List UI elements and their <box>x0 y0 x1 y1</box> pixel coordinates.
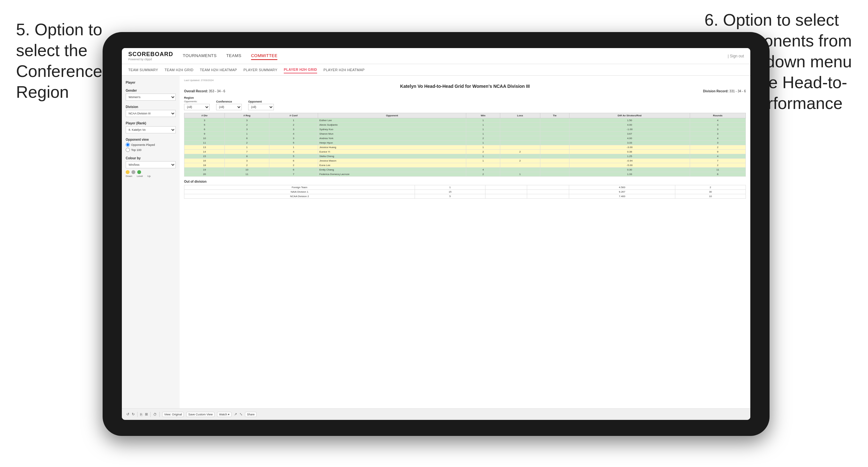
share-btn[interactable]: Share <box>245 412 256 417</box>
table-row: 19 10 6 Emily Chang 4 0.30 11 <box>184 168 746 172</box>
filter-opponents-select[interactable]: (All) <box>184 104 210 110</box>
logo-sub: Powered by clippd <box>128 58 173 61</box>
sub-player-summary[interactable]: PLAYER SUMMARY <box>243 67 277 73</box>
nav-committee[interactable]: COMMITTEE <box>251 52 278 60</box>
save-custom-btn[interactable]: Save Custom View <box>186 412 215 417</box>
nav-tournaments[interactable]: TOURNAMENTS <box>183 52 217 60</box>
out-division-row: NCAA Division 2 5 7.400 10 <box>184 194 746 199</box>
filter-conference-select[interactable]: (All) <box>216 104 242 110</box>
th-conf: # Conf <box>269 113 318 118</box>
sidebar-dots <box>126 170 176 174</box>
filter-opponent-select[interactable]: (All) <box>248 104 274 110</box>
undo-icon[interactable]: ↺ <box>126 412 129 416</box>
sidebar-colourby-select[interactable]: Win/loss <box>126 161 176 168</box>
sub-team-h2h-heatmap[interactable]: TEAM H2H HEATMAP <box>200 67 237 73</box>
tablet-frame: SCOREBOARD Powered by clippd TOURNAMENTS… <box>103 32 770 436</box>
sidebar-radio-group: Opponents Played Top 100 <box>126 143 176 152</box>
nav-sign-out[interactable]: | Sign out <box>728 54 744 58</box>
sidebar-gender-section: Gender Women's Men's <box>126 89 176 101</box>
sub-player-h2h-heatmap[interactable]: PLAYER H2H HEATMAP <box>323 67 365 73</box>
sidebar-colourby-section: Colour by Win/loss Down Level Up <box>126 156 176 178</box>
nav-bar: SCOREBOARD Powered by clippd TOURNAMENTS… <box>122 48 750 64</box>
dot-label-level: Level <box>136 175 143 178</box>
overall-record: Overall Record: 353 - 34 - 6 <box>184 89 225 93</box>
toolbar-sep-2 <box>150 412 151 417</box>
th-tie: Tie <box>540 113 569 118</box>
dashboard-records: Overall Record: 353 - 34 - 6 Division Re… <box>184 89 746 93</box>
logo-area: SCOREBOARD Powered by clippd <box>128 51 173 61</box>
sidebar-playerrank-select[interactable]: 8. Katelyn Vo <box>126 126 176 133</box>
dot-up <box>137 170 141 174</box>
toolbar-sep-1 <box>137 412 137 417</box>
filter-conference: Conference (All) <box>216 100 242 110</box>
nav-teams[interactable]: TEAMS <box>226 52 242 60</box>
table-row: 10 6 3 Andrea York 2 4.00 4 <box>184 136 746 141</box>
table-row: 20 11 7 Federica Domecq Lacroze 2 1 1.33… <box>184 172 746 177</box>
copy-icon[interactable]: ⎘ <box>140 412 143 416</box>
th-loss: Loss <box>500 113 540 118</box>
dashboard-updated: Last Updated: 27/03/2024 <box>184 79 746 82</box>
dot-labels: Down Level Up <box>126 175 176 178</box>
bottom-toolbar: ↺ ↻ ⎘ ⊞ ⏱ View: Original Save Custom Vie… <box>122 408 750 420</box>
toolbar-sep-3 <box>159 412 160 417</box>
table-row: 6 3 3 Sydney Kuo 1 -1.00 3 <box>184 127 746 132</box>
export-icon[interactable]: ↗ <box>234 412 237 416</box>
sub-team-summary[interactable]: TEAM SUMMARY <box>128 67 158 73</box>
filter-opponents-label: Opponents: <box>184 100 210 103</box>
table-row: 5 2 2 Alexis Sudjianto 1 4.00 3 <box>184 123 746 127</box>
table-row: 13 1 1 Jessica Huang 1 -3.00 2 <box>184 145 746 150</box>
table-row: 16 3 6 Jessica Mason 1 2 -0.94 7 <box>184 159 746 163</box>
radio-top100[interactable]: Top 100 <box>126 148 176 152</box>
filters-row: Region Opponents: (All) Conference (All) <box>184 96 746 110</box>
table-row: 15 8 5 Stella Cheng 1 1.25 4 <box>184 154 746 159</box>
th-opponent: Opponent <box>318 113 466 118</box>
sidebar-gender-select[interactable]: Women's Men's <box>126 94 176 101</box>
watch-btn[interactable]: Watch ▾ <box>217 412 231 417</box>
dot-level <box>131 170 135 174</box>
dot-label-down: Down <box>126 175 132 178</box>
sidebar-opponent-view-section: Opponent view Opponents Played Top 100 <box>126 138 176 152</box>
share-icon[interactable]: ⤡ <box>240 412 242 416</box>
clock-icon[interactable]: ⏱ <box>153 412 157 416</box>
paste-icon[interactable]: ⊞ <box>145 412 148 416</box>
redo-icon[interactable]: ↻ <box>132 412 135 416</box>
dashboard: Last Updated: 27/03/2024 Katelyn Vo Head… <box>180 75 750 408</box>
sub-nav: TEAM SUMMARY TEAM H2H GRID TEAM H2H HEAT… <box>122 64 750 75</box>
filter-region: Region Opponents: (All) <box>184 96 210 110</box>
radio-opponents-played[interactable]: Opponents Played <box>126 143 176 147</box>
sub-team-h2h-grid[interactable]: TEAM H2H GRID <box>164 67 193 73</box>
table-row: 18 2 2 Euna Lee -5.00 2 <box>184 163 746 168</box>
division-record: Division Record: 331 - 34 - 6 <box>703 89 746 93</box>
th-win: Win <box>466 113 500 118</box>
sidebar-player-label: Player <box>126 81 176 84</box>
data-table: # Div # Reg # Conf Opponent Win Loss Tie… <box>184 113 746 177</box>
sidebar-player-section: Player <box>126 81 176 84</box>
table-row: 14 7 4 Eunice Yi 2 2 0.38 9 <box>184 150 746 154</box>
table-row: 3 3 1 Esther Lee 1 1.50 4 <box>184 118 746 123</box>
logo-text: SCOREBOARD <box>128 51 173 58</box>
sidebar-gender-label: Gender <box>126 89 176 92</box>
table-row: 11 2 5 Heejo Hyun 1 3.33 3 <box>184 141 746 145</box>
out-division-row: Foreign Team 1 4.500 2 <box>184 185 746 190</box>
th-div: # Div <box>184 113 225 118</box>
dot-label-up: Up <box>148 175 151 178</box>
nav-items: TOURNAMENTS TEAMS COMMITTEE <box>183 52 728 60</box>
sidebar-colourby-label: Colour by <box>126 156 176 160</box>
sidebar-playerrank-section: Player (Rank) 8. Katelyn Vo <box>126 122 176 133</box>
table-row: 9 1 4 Sharon Mun 1 3.67 3 <box>184 132 746 136</box>
sidebar-opponent-view-label: Opponent view <box>126 138 176 142</box>
out-of-division-title: Out of division <box>184 180 746 183</box>
sidebar-division-label: Division <box>126 105 176 108</box>
sidebar-division-section: Division NCAA Division III <box>126 105 176 117</box>
out-of-division-table: Foreign Team 1 4.500 2 NAIA Division 1 1… <box>184 185 746 199</box>
view-original-btn[interactable]: View: Original <box>162 412 184 417</box>
filter-region-label: Region <box>184 96 210 99</box>
sidebar-division-select[interactable]: NCAA Division III <box>126 110 176 117</box>
th-rounds: Rounds <box>690 113 745 118</box>
tablet-screen: SCOREBOARD Powered by clippd TOURNAMENTS… <box>122 48 750 420</box>
out-division-row: NAIA Division 1 15 9.267 30 <box>184 190 746 194</box>
sub-player-h2h-grid[interactable]: PLAYER H2H GRID <box>284 66 317 73</box>
filter-conference-label: Conference <box>216 100 242 103</box>
sidebar: Player Gender Women's Men's Division NCA… <box>122 75 180 408</box>
th-reg: # Reg <box>225 113 269 118</box>
